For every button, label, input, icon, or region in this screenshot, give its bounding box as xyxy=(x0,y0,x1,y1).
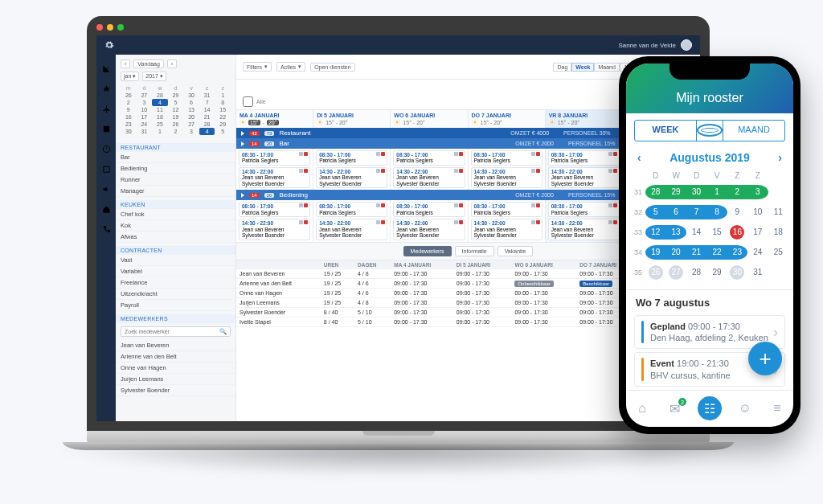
gear-icon[interactable] xyxy=(104,40,114,50)
shift-card[interactable]: 08:30 - 17:00Patricia Seglers xyxy=(471,202,543,217)
prev-btn[interactable]: ‹ xyxy=(121,59,130,68)
plane-icon[interactable] xyxy=(102,104,111,113)
nav-mail-icon[interactable]: ✉2 xyxy=(665,400,683,417)
calendar-day[interactable]: 12 xyxy=(645,224,665,240)
list-item[interactable]: Afwas xyxy=(116,232,235,243)
acties-btn[interactable]: Acties ▾ xyxy=(276,62,305,72)
phone-tab-maand[interactable]: MAAND xyxy=(723,121,784,141)
calendar-day[interactable]: 19 xyxy=(645,244,665,260)
shift-card[interactable]: 08:30 - 17:00Patricia Seglers xyxy=(239,150,310,166)
shift-card[interactable]: 08:30 - 17:00Patricia Seglers xyxy=(393,202,465,217)
shift-card[interactable]: 08:30 - 17:00Patricia Seglers xyxy=(316,202,387,217)
chart-icon[interactable] xyxy=(102,64,111,73)
calendar-day[interactable]: 16 xyxy=(727,224,747,240)
calendar-day[interactable]: 31 xyxy=(747,264,768,281)
list-item[interactable]: Arienne van den Belt xyxy=(116,351,235,363)
calendar-day[interactable]: 30 xyxy=(727,264,747,281)
employee-search[interactable]: 🔍 xyxy=(121,326,231,337)
user-menu[interactable]: Sanne van de Velde xyxy=(618,39,692,51)
phone-icon[interactable] xyxy=(102,225,111,234)
phone-calendar[interactable]: DWDVZZ3128293012332567891011331213141516… xyxy=(626,167,793,289)
calendar-day[interactable]: 10 xyxy=(747,204,768,220)
calendar-day[interactable]: 15 xyxy=(706,224,727,240)
calendar-day[interactable]: 2 xyxy=(727,184,747,200)
calendar-day[interactable]: 21 xyxy=(686,244,706,260)
calendar-day[interactable]: 28 xyxy=(686,264,706,281)
calendar-day[interactable]: 28 xyxy=(645,184,665,200)
day-header[interactable]: VR 8 JANUARI15° - 20° xyxy=(546,110,623,128)
shift-card[interactable]: 08:30 - 17:00Patricia Seglers xyxy=(316,150,387,166)
view-dag[interactable]: Dag xyxy=(553,63,571,72)
calendar-day[interactable]: 29 xyxy=(665,184,686,200)
tab-medewerkers[interactable]: Medewerkers xyxy=(403,246,452,256)
tab-informatie[interactable]: Informatie xyxy=(455,246,494,256)
calendar-icon[interactable] xyxy=(102,125,111,133)
clock-icon[interactable] xyxy=(102,145,111,154)
calendar-day[interactable]: 1 xyxy=(706,184,727,200)
list-item[interactable]: Uitzendkracht xyxy=(116,289,235,300)
calendar-day[interactable]: 3 xyxy=(747,184,768,200)
shift-card[interactable]: 08:30 - 17:00Patricia Seglers xyxy=(548,202,620,217)
shift-card[interactable]: 14:30 - 22:00Jean van BeverenSylvester B… xyxy=(393,167,465,188)
next-btn[interactable]: › xyxy=(167,59,177,68)
shift-card[interactable]: 14:30 - 22:00Jean van BeverenSylvester B… xyxy=(316,167,387,188)
month-select[interactable]: jan ▾ xyxy=(121,72,139,81)
calendar-day[interactable]: 14 xyxy=(686,224,706,240)
filters-btn[interactable]: Filters ▾ xyxy=(243,62,272,72)
shift-card[interactable]: 14:30 - 22:00Jean van BeverenSylvester B… xyxy=(316,219,387,240)
shift-card[interactable]: 08:30 - 17:00Patricia Seglers xyxy=(471,150,543,166)
phone-next-month[interactable]: › xyxy=(778,151,782,164)
view-maand[interactable]: Maand xyxy=(594,63,619,72)
calendar-day[interactable]: 9 xyxy=(727,204,747,220)
calendar-day[interactable]: 20 xyxy=(665,244,686,260)
phone-fab-add[interactable]: + xyxy=(748,342,782,375)
home-icon[interactable] xyxy=(102,205,111,214)
list-item[interactable]: Vast xyxy=(116,255,235,266)
nav-menu-icon[interactable]: ≡ xyxy=(768,400,786,417)
list-item[interactable]: Kok xyxy=(116,220,235,232)
shift-card[interactable]: 08:30 - 17:00Patricia Seglers xyxy=(548,150,620,166)
today-btn[interactable]: Vandaag xyxy=(133,59,164,68)
list-item[interactable]: Jurjen Leemans xyxy=(116,374,235,385)
shift-card[interactable]: 14:30 - 22:00Jean van BeverenSylvester B… xyxy=(239,167,310,188)
list-item[interactable]: Bar xyxy=(116,152,235,163)
shift-card[interactable]: 14:30 - 22:00Jean van BeverenSylvester B… xyxy=(548,219,620,240)
list-item[interactable]: Chef kok xyxy=(116,209,235,220)
nav-calendar-icon[interactable]: ☷ xyxy=(698,396,722,420)
calendar-day[interactable]: 7 xyxy=(686,204,706,220)
nav-profile-icon[interactable]: ☺ xyxy=(736,400,754,417)
calendar-day[interactable]: 13 xyxy=(665,224,686,240)
shift-card[interactable]: 08:30 - 17:00Patricia Seglers xyxy=(393,150,465,166)
shift-card[interactable]: 14:30 - 22:00Jean van BeverenSylvester B… xyxy=(393,219,465,240)
day-header[interactable]: WO 6 JANUARI15° - 20° xyxy=(391,110,468,128)
view-week[interactable]: Week xyxy=(571,63,594,72)
calendar-day[interactable]: 17 xyxy=(747,224,768,240)
shift-card[interactable]: 14:30 - 22:00Jean van BeverenSylvester B… xyxy=(548,167,620,188)
list-item[interactable]: Bediening xyxy=(116,163,235,174)
list-item[interactable]: Manager xyxy=(116,186,235,197)
star-icon[interactable] xyxy=(102,84,111,93)
calendar-day[interactable]: 23 xyxy=(727,244,747,260)
year-select[interactable]: 2017 ▾ xyxy=(142,72,166,81)
list-item[interactable]: Variabel xyxy=(116,266,235,277)
calendar-day[interactable]: 30 xyxy=(686,184,706,200)
megaphone-icon[interactable] xyxy=(102,185,111,194)
list-item[interactable]: Runner xyxy=(116,174,235,186)
calendar-day[interactable]: 8 xyxy=(706,204,727,220)
nav-home-icon[interactable]: ⌂ xyxy=(633,400,651,417)
tab-vakantie[interactable]: Vakantie xyxy=(497,246,534,256)
calendar-day[interactable]: 5 xyxy=(645,204,665,220)
calendar-day[interactable]: 24 xyxy=(747,244,768,260)
date-icon[interactable] xyxy=(102,165,111,174)
calendar-day[interactable]: 26 xyxy=(645,264,665,281)
list-item[interactable]: Payroll xyxy=(116,300,235,311)
day-header[interactable]: DO 7 JANUARI15° - 20° xyxy=(469,110,546,128)
day-header[interactable]: MA 4 JANUARI15° - 20° xyxy=(236,110,313,128)
phone-tab-target[interactable] xyxy=(696,121,723,141)
open-diensten-btn[interactable]: Open diensten xyxy=(310,63,355,72)
shift-card[interactable]: 08:30 - 17:00Patricia Seglers xyxy=(239,202,310,217)
mini-calendar[interactable]: mdwdvzz262728293031123456789101112131415… xyxy=(121,84,231,135)
phone-tab-week[interactable]: WEEK xyxy=(635,121,696,141)
shift-card[interactable]: 14:30 - 22:00Jean van BeverenSylvester B… xyxy=(471,167,543,188)
calendar-day[interactable]: 18 xyxy=(768,224,788,240)
